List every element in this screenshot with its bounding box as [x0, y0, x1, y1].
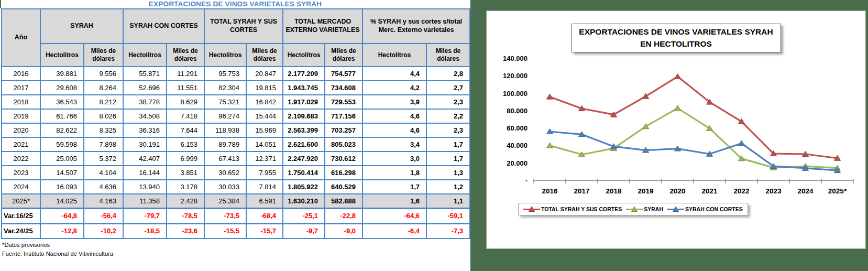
cell: 61.766	[40, 109, 84, 123]
subheader-miles-dolares: Miles de dólares	[426, 44, 470, 67]
svg-text:20.000: 20.000	[507, 159, 528, 167]
cell: 6.591	[246, 194, 283, 208]
svg-text:2019: 2019	[638, 187, 653, 195]
table-row: 201729.6088.26452.69611.55182.30419.8151…	[2, 81, 470, 95]
table-row: 2025*14.0254.16311.3582.42825.3846.5911.…	[2, 194, 470, 208]
cell: 1,1	[426, 194, 470, 208]
table-row: Var.16/25-64,8-56,4-79,7-78,5-73,5-68,4-…	[2, 208, 470, 223]
cell: 15.969	[246, 123, 283, 137]
cell: 7.898	[84, 137, 123, 151]
cell: 14.025	[40, 194, 84, 208]
cell: 16.093	[40, 180, 84, 194]
svg-text:2024: 2024	[797, 187, 814, 195]
cell: 118.938	[204, 123, 246, 137]
cell: 2,2	[426, 109, 470, 123]
cell: 4.104	[84, 166, 123, 180]
row-label: Var.24/25	[2, 223, 40, 239]
cell: 59.598	[40, 137, 84, 151]
cell: 52.696	[123, 81, 167, 95]
page-title: EXPORTACIONES DE VINOS VARIETALES SYRAH	[0, 0, 470, 8]
legend-marker-icon	[667, 206, 684, 212]
cell: 754.577	[325, 67, 362, 81]
svg-text:2020: 2020	[669, 187, 685, 195]
svg-text:-: -	[525, 177, 528, 185]
cell: 1.943.745	[283, 81, 325, 95]
cell: 616.298	[325, 166, 362, 180]
table-row: 202159.5987.89830.1916.15389.78914.0512.…	[2, 137, 470, 151]
row-label: 2024	[2, 180, 40, 194]
subheader-miles-dolares: Miles de dólares	[84, 44, 123, 67]
row-label: 2025*	[2, 194, 40, 208]
cell: 8.629	[167, 95, 204, 109]
subheader-hectolitros: Hectolitros	[204, 44, 246, 67]
legend-label: SYRAH	[644, 206, 663, 212]
cell: 5.372	[84, 151, 123, 166]
cell: 96.274	[204, 109, 246, 123]
cell: -9,7	[283, 223, 325, 239]
chart-panel: -20.00040.00060.00080.000100.000120.0001…	[470, 0, 868, 271]
cell: 4,6	[362, 123, 426, 137]
table-row: 201639.8819.55655.87111.29195.75320.8472…	[2, 67, 470, 81]
cell: -9,0	[325, 223, 362, 239]
legend-item: TOTAL SYRAH Y SUS CORTES	[523, 206, 622, 212]
cell: 25.005	[40, 151, 84, 166]
cell: 2.177.209	[283, 67, 325, 81]
svg-text:120.000: 120.000	[503, 72, 528, 80]
svg-text:2021: 2021	[701, 187, 718, 195]
svg-text:100.000: 100.000	[503, 90, 528, 97]
cell: -79,7	[123, 208, 167, 223]
chart-title-line1: EXPORTACIONES DE VINOS VARIETALES SYRAH	[579, 26, 773, 38]
cell: 55.871	[123, 67, 167, 81]
chart-title-line2: EN HECTOLITROS	[579, 38, 773, 50]
cell: 3,4	[362, 137, 426, 151]
cell: -68,4	[246, 208, 283, 223]
col-group-total-syrah: TOTAL SYRAH Y SUS CORTES	[204, 9, 283, 44]
svg-text:2016: 2016	[542, 187, 558, 195]
cell: 4,6	[362, 109, 426, 123]
report-panel: EXPORTACIONES DE VINOS VARIETALES SYRAH …	[0, 0, 470, 271]
cell: 734.608	[325, 81, 362, 95]
row-label: 2017	[2, 81, 40, 95]
cell: 19.815	[246, 81, 283, 95]
cell: 1,7	[426, 151, 470, 166]
cell: -10,2	[84, 223, 123, 239]
svg-text:2025*: 2025*	[828, 187, 847, 195]
row-label: 2016	[2, 67, 40, 81]
cell: 730.612	[325, 151, 362, 166]
cell: 1,8	[362, 166, 426, 180]
cell: 42.407	[123, 151, 167, 166]
cell: 1.630.210	[283, 194, 325, 208]
cell: 2,3	[426, 123, 470, 137]
cell: 2.621.600	[283, 137, 325, 151]
svg-text:60.000: 60.000	[507, 124, 528, 132]
cell: 1,2	[426, 180, 470, 194]
cell: 3.178	[167, 180, 204, 194]
row-label: 2021	[2, 137, 40, 151]
chart-legend: TOTAL SYRAH Y SUS CORTESSYRAHSYRAH CON C…	[518, 203, 748, 215]
row-label: 2023	[2, 166, 40, 180]
cell: 16.842	[246, 95, 283, 109]
cell: 3.851	[167, 166, 204, 180]
cell: 2,8	[426, 67, 470, 81]
cell: 34.508	[123, 109, 167, 123]
cell: 582.888	[325, 194, 362, 208]
cell: 14.507	[40, 166, 84, 180]
cell: 805.023	[325, 137, 362, 151]
cell: 717.156	[325, 109, 362, 123]
cell: 7.644	[167, 123, 204, 137]
svg-text:2018: 2018	[606, 187, 622, 195]
cell: -15,7	[246, 223, 283, 239]
row-label: Var.16/25	[2, 208, 40, 223]
cell: 20.847	[246, 67, 283, 81]
cell: 1.750.414	[283, 166, 325, 180]
cell: 15.444	[246, 109, 283, 123]
cell: 11.551	[167, 81, 204, 95]
row-label: 2019	[2, 109, 40, 123]
cell: 12.371	[246, 151, 283, 166]
row-label: 2022	[2, 151, 40, 166]
subheader-hectolitros: Hectolitros	[40, 44, 84, 67]
cell: 1,7	[426, 137, 470, 151]
cell: -78,5	[167, 208, 204, 223]
cell: 729.553	[325, 95, 362, 109]
cell: 703.257	[325, 123, 362, 137]
